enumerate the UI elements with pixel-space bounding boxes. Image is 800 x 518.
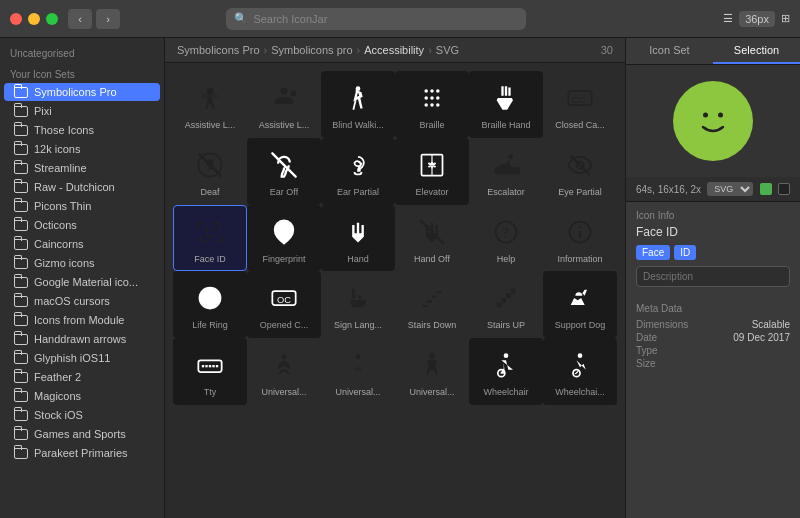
icon-cell-universal-3[interactable]: Universal... <box>395 338 469 405</box>
menu-icon[interactable]: ☰ <box>723 12 733 25</box>
color-swatch-green[interactable] <box>760 183 772 195</box>
format-select[interactable]: SVG PNG <box>707 182 753 196</box>
sidebar-item-label: Pixi <box>34 105 52 117</box>
icon-cell-hand[interactable]: Hand <box>321 205 395 272</box>
sidebar-item-magicons[interactable]: Magicons <box>4 387 160 405</box>
sidebar-item-label: Octicons <box>34 219 77 231</box>
grid-icon[interactable]: ⊞ <box>781 12 790 25</box>
icon-cell-closed-ca[interactable]: CC Closed Ca... <box>543 71 617 138</box>
sidebar-item-icons-from-module[interactable]: Icons from Module <box>4 311 160 329</box>
px-badge[interactable]: 36px <box>739 11 775 27</box>
sidebar-item-those-icons[interactable]: Those Icons <box>4 121 160 139</box>
icon-label-fingerprint: Fingerprint <box>262 254 305 265</box>
sidebar-item-label: Those Icons <box>34 124 94 136</box>
maximize-button[interactable] <box>46 13 58 25</box>
sidebar-item-glyphish-ios11[interactable]: Glyphish iOS11 <box>4 349 160 367</box>
sidebar-item-symbolicons-pro[interactable]: Symbolicons Pro <box>4 83 160 101</box>
icon-cell-braille-hand[interactable]: Braille Hand <box>469 71 543 138</box>
svg-point-51 <box>718 113 723 118</box>
sidebar-item-octicons[interactable]: Octicons <box>4 216 160 234</box>
sidebar-item-label: Gizmo icons <box>34 257 95 269</box>
icon-cell-face-id[interactable]: Face ID <box>173 205 247 272</box>
icon-label-eye-partial: Eye Partial <box>558 187 602 198</box>
icon-name: Face ID <box>636 225 790 239</box>
icon-cell-stairs-down[interactable]: Stairs Down <box>395 271 469 338</box>
icon-svg-eye-partial <box>562 147 598 183</box>
sidebar-item-macos-cursors[interactable]: macOS cursors <box>4 292 160 310</box>
icon-cell-deaf[interactable]: Deaf <box>173 138 247 205</box>
icon-cell-support-dog[interactable]: Support Dog <box>543 271 617 338</box>
sidebar-item-raw-dutchicon[interactable]: Raw - Dutchicon <box>4 178 160 196</box>
icon-svg-escalator <box>488 147 524 183</box>
color-swatch-dark[interactable] <box>778 183 790 195</box>
tag-id[interactable]: ID <box>674 245 696 260</box>
icon-cell-universal-2[interactable]: Universal... <box>321 338 395 405</box>
folder-icon <box>14 258 28 269</box>
icon-cell-ear-partial[interactable]: Ear Partial <box>321 138 395 205</box>
sidebar-item-12k-icons[interactable]: 12k icons <box>4 140 160 158</box>
sidebar-item-caincorns[interactable]: Caincorns <box>4 235 160 253</box>
meta-row-size: Size <box>636 357 790 370</box>
sidebar-item-pixi[interactable]: Pixi <box>4 102 160 120</box>
folder-icon <box>14 125 28 136</box>
svg-point-46 <box>504 354 509 359</box>
tab-selection[interactable]: Selection <box>713 38 800 64</box>
icon-cell-information[interactable]: Information <box>543 205 617 272</box>
close-button[interactable] <box>10 13 22 25</box>
icon-cell-wheelchair[interactable]: Wheelchair <box>469 338 543 405</box>
back-button[interactable]: ‹ <box>68 9 92 29</box>
icon-svg-help: ? <box>488 214 524 250</box>
sidebar-item-parakeet-primaries[interactable]: Parakeet Primaries <box>4 444 160 462</box>
sidebar-item-picons-thin[interactable]: Picons Thin <box>4 197 160 215</box>
icon-info: Icon Info Face ID Face ID <box>626 202 800 303</box>
icon-cell-assistive-l-1[interactable]: Assistive L... <box>173 71 247 138</box>
sidebar-item-handdrawn-arrows[interactable]: Handdrawn arrows <box>4 330 160 348</box>
icon-cell-opened-c[interactable]: OC Opened C... <box>247 271 321 338</box>
sidebar-item-feather-2[interactable]: Feather 2 <box>4 368 160 386</box>
sidebar-item-label: Icons from Module <box>34 314 124 326</box>
content-area: Symbolicons Pro › Symbolicons pro › Acce… <box>165 38 625 518</box>
icon-cell-elevator[interactable]: Elevator <box>395 138 469 205</box>
icon-cell-blind-walking[interactable]: Blind Walki... <box>321 71 395 138</box>
icon-cell-ear-off[interactable]: Ear Off <box>247 138 321 205</box>
icon-cell-assistive-l-2[interactable]: Assistive L... <box>247 71 321 138</box>
tags-row: Face ID <box>636 245 790 260</box>
sidebar-item-gizmo-icons[interactable]: Gizmo icons <box>4 254 160 272</box>
icon-label-braille: Braille <box>419 120 444 131</box>
minimize-button[interactable] <box>28 13 40 25</box>
folder-icon <box>14 448 28 459</box>
folder-icon <box>14 87 28 98</box>
icon-cell-help[interactable]: ? Help <box>469 205 543 272</box>
icon-label-assistive-l-1: Assistive L... <box>185 120 236 131</box>
description-field[interactable] <box>636 266 790 287</box>
icon-cell-stairs-up[interactable]: Stairs UP <box>469 271 543 338</box>
icon-cell-braille[interactable]: Braille <box>395 71 469 138</box>
sidebar-item-google-material[interactable]: Google Material ico... <box>4 273 160 291</box>
icon-svg-wheelchair <box>488 347 524 383</box>
search-bar[interactable]: 🔍 Search IconJar <box>226 8 526 30</box>
sidebar-item-label: Picons Thin <box>34 200 91 212</box>
icon-cell-fingerprint[interactable]: Fingerprint <box>247 205 321 272</box>
icon-label-hand-off: Hand Off <box>414 254 450 265</box>
icon-cell-eye-partial[interactable]: Eye Partial <box>543 138 617 205</box>
svg-point-45 <box>429 353 435 359</box>
tab-icon-set[interactable]: Icon Set <box>626 38 713 64</box>
icon-cell-hand-off[interactable]: Hand Off <box>395 205 469 272</box>
sidebar-item-stock-ios[interactable]: Stock iOS <box>4 406 160 424</box>
tag-face[interactable]: Face <box>636 245 670 260</box>
icon-cell-tty[interactable]: Tty <box>173 338 247 405</box>
svg-point-7 <box>424 96 428 100</box>
meta-row-dimensions: Dimensions Scalable <box>636 318 790 331</box>
icon-cell-universal-1[interactable]: Universal... <box>247 338 321 405</box>
folder-icon <box>14 296 28 307</box>
icon-cell-escalator[interactable]: Escalator <box>469 138 543 205</box>
sidebar-item-games-and-sports[interactable]: Games and Sports <box>4 425 160 443</box>
icon-svg-hand-off <box>414 214 450 250</box>
icon-label-hand: Hand <box>347 254 369 265</box>
sidebar-item-streamline[interactable]: Streamline <box>4 159 160 177</box>
icon-cell-life-ring[interactable]: Life Ring <box>173 271 247 338</box>
icon-cell-wheelchai-2[interactable]: Wheelchai... <box>543 338 617 405</box>
icon-label-closed-ca: Closed Ca... <box>555 120 605 131</box>
icon-cell-sign-lang[interactable]: Sign Lang... <box>321 271 395 338</box>
forward-button[interactable]: › <box>96 9 120 29</box>
